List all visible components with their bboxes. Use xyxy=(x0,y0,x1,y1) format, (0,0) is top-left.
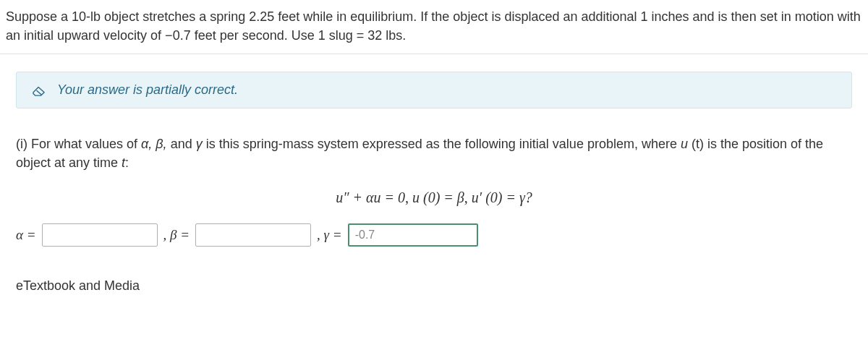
part-u: u xyxy=(681,137,688,151)
inputs-row: α = , β = , γ = xyxy=(16,223,852,247)
part-vars: α, β, xyxy=(141,137,167,151)
part-i-text: (i) For what values of α, β, and γ is th… xyxy=(16,134,852,172)
part-gamma: γ xyxy=(196,137,203,151)
gamma-label: , γ = xyxy=(317,227,342,243)
alpha-label: α = xyxy=(16,227,36,243)
etextbook-link[interactable]: eTextbook and Media xyxy=(16,278,852,294)
beta-label: , β = xyxy=(163,227,190,243)
part-mid: is this spring-mass system expressed as … xyxy=(203,137,681,151)
part-and: and xyxy=(167,137,196,151)
feedback-box: Your answer is partially correct. xyxy=(16,72,852,108)
part-paren: (t) xyxy=(688,137,704,151)
part-colon: : xyxy=(125,155,129,170)
equation: u″ + αu = 0, u (0) = β, u′ (0) = γ? xyxy=(16,189,852,206)
feedback-text: Your answer is partially correct. xyxy=(57,82,238,98)
part-prefix: (i) For what values of xyxy=(16,137,141,151)
eraser-icon xyxy=(31,85,47,96)
problem-text: Suppose a 10-lb object stretches a sprin… xyxy=(6,9,861,43)
gamma-input[interactable] xyxy=(348,223,478,247)
problem-statement: Suppose a 10-lb object stretches a sprin… xyxy=(0,0,868,54)
alpha-input[interactable] xyxy=(42,223,158,247)
beta-input[interactable] xyxy=(195,223,311,247)
